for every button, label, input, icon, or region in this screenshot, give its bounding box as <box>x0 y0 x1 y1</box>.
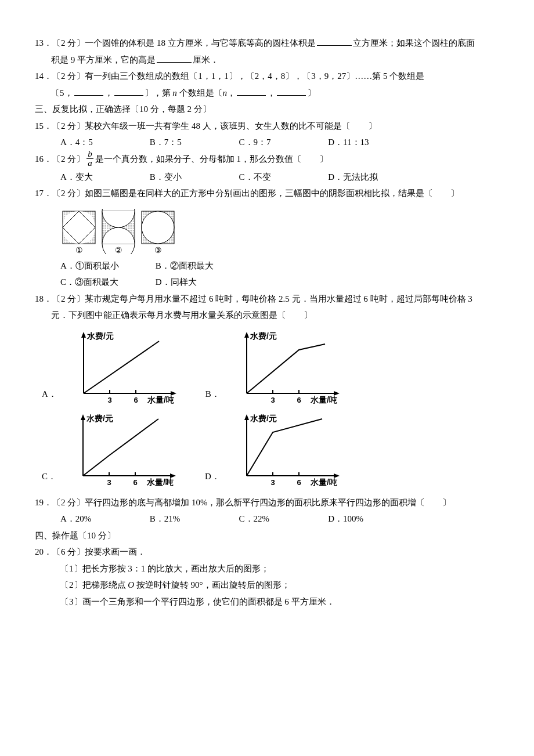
q13-text-b: 立方厘米；如果这个圆柱的底面 <box>353 38 475 48</box>
svg-marker-11 <box>81 332 86 338</box>
q15-opt-b[interactable]: B．7：5 <box>150 134 237 151</box>
q14-t6: ， <box>267 88 276 97</box>
q15-opt-d[interactable]: D．11：13 <box>328 134 415 151</box>
question-14-line2: 〔5，，〕，第 n 个数组是〔n，，〕 <box>35 85 505 102</box>
question-13-line2: 积是 9 平方厘米，它的高是厘米． <box>35 52 505 68</box>
q17-opt-b[interactable]: B．②面积最大 <box>156 258 248 274</box>
q18-chart-b[interactable]: B． 水费/元 3 6 水量/吨 <box>205 330 345 405</box>
svg-marker-41 <box>244 414 249 420</box>
svg-text:3: 3 <box>270 396 275 404</box>
frac-num: b <box>86 150 93 159</box>
q17-options-row2: C．③面积最大 D．同样大 <box>35 274 505 291</box>
q14-t7: 〕 <box>307 88 316 97</box>
q16-opt-c[interactable]: C．不变 <box>239 169 326 186</box>
q18-chart-d[interactable]: D． 水费/元 3 6 水量/吨 <box>205 412 345 487</box>
q14-t4: 个数组是〔 <box>177 88 223 97</box>
q17-options-row1: A．①面积最小 B．②面积最大 <box>35 258 505 274</box>
q19-opt-a[interactable]: A．20% <box>60 511 147 527</box>
q18-chart-c[interactable]: C． 水费/元 3 6 水量/吨 <box>42 412 182 487</box>
svg-text:③: ③ <box>154 246 161 254</box>
svg-text:水量/吨: 水量/吨 <box>147 395 174 404</box>
chart-d-svg: 水费/元 3 6 水量/吨 <box>223 412 345 487</box>
question-19: 19．〔2 分〕平行四边形的底与高都增加 10%，那么新平行四边形的面积比原来平… <box>35 494 505 511</box>
chart-c-svg: 水费/元 3 6 水量/吨 <box>60 412 182 487</box>
q14-blank-2[interactable] <box>114 86 143 96</box>
q15-opt-c[interactable]: C．9：7 <box>239 134 326 151</box>
q14-n1: n <box>172 88 177 97</box>
question-18: 18．〔2 分〕某市规定每户每月用水量不超过 6 吨时，每吨价格 2.5 元．当… <box>35 291 505 308</box>
svg-text:3: 3 <box>270 478 275 487</box>
q17-opt-d[interactable]: D．同样大 <box>156 274 248 291</box>
svg-text:水费/元: 水费/元 <box>250 414 277 423</box>
question-15: 15．〔2 分〕某校六年级一班一共有学生 48 人，该班男、女生人数的比不可能是… <box>35 118 505 135</box>
q13-blank-1[interactable] <box>317 37 352 46</box>
q14-t3: 〕，第 <box>145 88 173 97</box>
q16-post: 是一个真分数，如果分子、分母都加 1，那么分数值〔 〕 <box>95 154 328 164</box>
q17-opt-a[interactable]: A．①面积最小 <box>60 258 153 274</box>
question-13: 13．〔2 分〕一个圆锥的体积是 18 立方厘米，与它等底等高的圆柱体积是立方厘… <box>35 35 505 52</box>
q16-opt-d[interactable]: D．无法比拟 <box>328 169 415 186</box>
svg-text:6: 6 <box>297 396 301 404</box>
q20-sub1: 〔1〕把长方形按 3：1 的比放大，画出放大后的图形； <box>35 560 505 577</box>
svg-text:水量/吨: 水量/吨 <box>310 395 337 404</box>
svg-text:水费/元: 水费/元 <box>86 331 114 341</box>
svg-text:②: ② <box>114 246 122 254</box>
q13-text-d: 厘米． <box>193 55 219 64</box>
q16-opt-a[interactable]: A．变大 <box>60 169 147 186</box>
chart-a-svg: 水费/元 3 6 水量/吨 <box>60 330 182 405</box>
q20-s2-pre: 〔2〕把梯形绕点 <box>60 580 128 589</box>
q18-letter-d: D． <box>205 468 223 487</box>
q14-blank-4[interactable] <box>277 86 306 96</box>
frac-den: a <box>86 159 93 168</box>
svg-text:水费/元: 水费/元 <box>86 414 113 423</box>
chart-b-svg: 水费/元 3 6 水量/吨 <box>223 330 345 405</box>
question-20: 20．〔6 分〕按要求画一画． <box>35 544 505 560</box>
question-18-line2: 元．下列图中能正确表示每月水费与用水量关系的示意图是〔 〕 <box>35 307 505 324</box>
q13-text-a: 13．〔2 分〕一个圆锥的体积是 18 立方厘米，与它等底等高的圆柱体积是 <box>35 38 316 48</box>
section-4-heading: 四、操作题〔10 分〕 <box>35 527 505 544</box>
q16-opt-b[interactable]: B．变小 <box>150 169 237 186</box>
q14-t5: ， <box>227 88 236 97</box>
q18-letter-a: A． <box>42 386 60 405</box>
q20-sub3: 〔3〕画一个三角形和一个平行四边形，使它们的面积都是 6 平方厘米． <box>35 594 505 610</box>
q15-opt-a[interactable]: A．4：5 <box>60 134 147 151</box>
svg-text:水费/元: 水费/元 <box>250 331 277 341</box>
svg-text:6: 6 <box>134 396 138 404</box>
q18-letter-c: C． <box>42 468 60 487</box>
q13-text-c: 积是 9 平方厘米，它的高是 <box>51 55 156 64</box>
svg-text:水量/吨: 水量/吨 <box>310 478 337 487</box>
svg-text:6: 6 <box>133 478 137 487</box>
q14-t2: ， <box>104 88 113 97</box>
q14-text-a: 14．〔2 分〕有一列由三个数组成的数组〔1，1，1〕，〔2，4，8〕，〔3，9… <box>35 71 424 81</box>
question-14: 14．〔2 分〕有一列由三个数组成的数组〔1，1，1〕，〔2，4，8〕，〔3，9… <box>35 68 505 85</box>
fraction-b-over-a: ba <box>86 150 93 168</box>
q20-s2-post: 按逆时针旋转 90°，画出旋转后的图形； <box>134 580 290 589</box>
q14-n2: n <box>223 88 228 97</box>
q19-options: A．20% B．21% C．22% D．100% <box>35 511 505 527</box>
q19-opt-d[interactable]: D．100% <box>328 511 415 527</box>
svg-marker-31 <box>81 414 85 420</box>
q19-opt-c[interactable]: C．22% <box>239 511 326 527</box>
q13-blank-2[interactable] <box>157 53 192 63</box>
q19-opt-b[interactable]: B．21% <box>150 511 237 527</box>
q14-t1: 〔5， <box>51 88 73 97</box>
q17-figure-1: ① <box>60 209 98 254</box>
q14-blank-1[interactable] <box>74 86 103 96</box>
q17-figure-3: ③ <box>139 209 176 254</box>
svg-text:水量/吨: 水量/吨 <box>146 478 174 487</box>
svg-text:①: ① <box>75 246 83 254</box>
q14-blank-3[interactable] <box>237 86 266 96</box>
q18-charts: A． 水费/元 3 6 水量/吨 B． <box>35 330 505 487</box>
svg-text:6: 6 <box>297 478 301 487</box>
svg-marker-21 <box>244 332 249 338</box>
q16-options: A．变大 B．变小 C．不变 D．无法比拟 <box>35 169 505 186</box>
q17-figures: ① ② ③ <box>35 209 505 254</box>
q20-s2-o: O <box>128 580 134 589</box>
q17-opt-c[interactable]: C．③面积最大 <box>60 274 153 291</box>
q17-figure-2: ② <box>100 209 137 254</box>
q18-chart-a[interactable]: A． 水费/元 3 6 水量/吨 <box>42 330 182 405</box>
svg-point-8 <box>142 211 174 244</box>
svg-text:3: 3 <box>107 396 111 404</box>
q16-pre: 16．〔2 分〕 <box>35 154 85 164</box>
section-3-heading: 三、反复比拟，正确选择〔10 分，每题 2 分〕 <box>35 101 505 118</box>
